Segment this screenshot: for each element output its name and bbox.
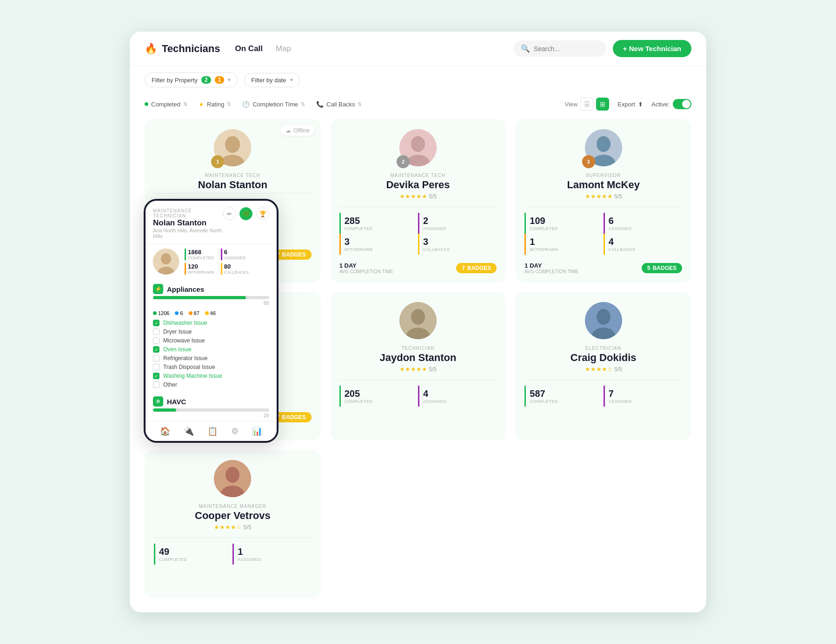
search-input[interactable] (534, 45, 599, 53)
tech-card-devika[interactable]: 2 MAINTENANCE TECH Devika Peres ★★★★★ 5/… (330, 119, 506, 283)
mobile-edit-btn[interactable]: ✏ (223, 207, 236, 220)
tech-card-cooper[interactable]: MAINTENANCE MANAGER Cooper Vetrovs ★★★★☆… (145, 450, 321, 598)
app-container: 🔥 Technicians On Call Map 🔍 + New Techni… (130, 32, 706, 612)
appliances-checklist: ✓ Dishwasher Issue Dryer Issue Microwave… (146, 318, 277, 392)
sort-callbacks[interactable]: 📞 Call Backs ⇅ (316, 101, 362, 108)
mobile-header-row: MAINTENANCE TECHNICIAN Nolan Stanton Ari… (153, 207, 269, 239)
checklist-washing[interactable]: ✓ Washing Machine Issue (153, 373, 269, 379)
mobile-header: MAINTENANCE TECHNICIAN Nolan Stanton Ari… (146, 201, 277, 244)
mobile-active-btn[interactable]: 🌿 (239, 207, 252, 220)
checklist-oven-label: Oven Issue (163, 346, 192, 353)
footer-chart-btn[interactable]: 📊 (252, 426, 262, 436)
header-right: 🔍 + New Technician (513, 40, 691, 57)
rank-badge-2: 2 (397, 155, 410, 168)
filter-date-chip[interactable]: Filter by date ▾ (244, 73, 299, 87)
lamont-completed-num: 109 (530, 216, 599, 226)
sort-completed-arrows: ⇅ (183, 101, 187, 107)
mobile-trophy-btn[interactable]: 🏆 (256, 207, 269, 220)
jaydon-assigned-label: ASSIGNED (423, 399, 493, 404)
label-green-val: 1206 (158, 310, 169, 316)
checklist-dishwasher[interactable]: ✓ Dishwasher Issue (153, 320, 269, 326)
devika-badges: 7 BADGES (456, 263, 497, 273)
jaydon-assigned-num: 4 (423, 388, 493, 399)
checklist-oven[interactable]: ✓ Oven Issue (153, 346, 269, 353)
active-toggle-switch[interactable] (673, 99, 691, 109)
checklist-washing-label: Washing Machine Issue (163, 373, 222, 379)
tech-card-jaydon[interactable]: TECHNICIAN Jaydon Stanton ★★★★★ 5/5 205 … (330, 292, 506, 440)
lamont-footer: 1 DAY AVG COMPLETION TIME 5 BADGES (524, 262, 682, 274)
filter-bar: Filter by Property 2 1 ▾ Filter by date … (130, 66, 706, 94)
property-badge-2: 1 (215, 76, 225, 84)
mobile-header-left: MAINTENANCE TECHNICIAN Nolan Stanton Ari… (153, 207, 223, 239)
settings-icon: ⚙ (231, 426, 239, 436)
cooper-avatar (214, 460, 251, 497)
craig-assigned-stat: 7 ASSIGNED (604, 386, 682, 407)
cooper-completed-label: COMPLETED (159, 557, 229, 562)
checkbox-dryer (153, 329, 159, 335)
new-technician-button[interactable]: + New Technician (613, 40, 691, 57)
checklist-trash[interactable]: Trash Disposal Issue (153, 364, 269, 370)
chevron-down-icon: ▾ (228, 77, 231, 83)
sort-completion-time[interactable]: 🕐 Completion Time ⇅ (242, 101, 305, 108)
search-bar: 🔍 (513, 40, 606, 57)
view-list-btn[interactable]: ☰ (580, 98, 593, 111)
checklist-refrigerator[interactable]: Refrigerator Issue (153, 355, 269, 361)
label-green: 1206 (153, 310, 169, 316)
nav-map[interactable]: Map (276, 44, 291, 53)
footer-plug-btn[interactable]: 🔌 (184, 426, 194, 436)
lamont-withdrawn-stat: 1 WITHDRAWN (524, 234, 603, 255)
export-button[interactable]: Export ⬆ (617, 101, 643, 108)
cooper-assigned-label: ASSIGNED (238, 557, 307, 562)
devika-completed-stat: 285 COMPLETED (339, 213, 418, 234)
footer-home-btn[interactable]: 🏠 (160, 426, 170, 436)
mobile-footer: 🏠 🔌 📋 ⚙ 📊 (146, 421, 277, 441)
nav-on-call[interactable]: On Call (235, 44, 263, 53)
list-icon: 📋 (207, 426, 218, 436)
sort-callbacks-arrows: ⇅ (358, 101, 362, 107)
view-toggle: View ☰ ⊞ (564, 98, 609, 111)
mobile-tech-row: 1868 COMPLETED 6 ASSIGNED 120 WITHDRAWN … (146, 244, 277, 279)
lamont-assigned-stat: 6 ASSIGNED (604, 213, 682, 234)
tech-card-lamont[interactable]: 3 SUPERVISOR Lamont McKey ★★★★★ 5/5 109 … (515, 119, 691, 283)
offline-label: Offline (293, 127, 309, 134)
sort-rating[interactable]: ★ Rating ⇅ (199, 101, 232, 108)
lamont-assigned-num: 6 (609, 216, 678, 226)
header: 🔥 Technicians On Call Map 🔍 + New Techni… (130, 32, 706, 66)
devika-avg-days: 1 DAY (339, 262, 393, 269)
devika-callbacks-num: 3 (423, 237, 493, 247)
export-label: Export (617, 101, 635, 108)
lamont-assigned-label: ASSIGNED (609, 226, 678, 231)
label-yellow: 46 (205, 310, 216, 316)
filter-property-chip[interactable]: Filter by Property 2 1 ▾ (145, 72, 238, 87)
svg-point-13 (411, 309, 425, 325)
cooper-stars: ★★★★☆ 5/5 (214, 524, 251, 531)
dot-yellow (205, 311, 209, 315)
checklist-dryer[interactable]: Dryer Issue (153, 329, 269, 335)
checklist-microwave[interactable]: Microwave Issue (153, 337, 269, 344)
devika-avg-label: AVG COMPLETION TIME (339, 269, 393, 274)
clock-icon: 🕐 (242, 101, 250, 108)
devika-completed-num: 285 (345, 216, 414, 226)
tech-card-craig[interactable]: ELECTRICIAN Craig Dokidis ★★★★☆ 5/5 587 … (515, 292, 691, 440)
devika-assigned-label: ASSIGNED (423, 226, 493, 231)
craig-avatar (585, 302, 622, 339)
devika-avatar-wrap: 2 (399, 129, 437, 166)
lamont-avatar-wrap: 3 (585, 129, 622, 166)
mobile-stats-grid: 1868 COMPLETED 6 ASSIGNED 120 WITHDRAWN … (185, 249, 250, 275)
devika-name: Devika Peres (386, 179, 450, 191)
mobile-tech-role: MAINTENANCE TECHNICIAN (153, 208, 223, 218)
devika-assigned-num: 2 (423, 216, 493, 226)
chevron-down-icon-2: ▾ (290, 77, 293, 83)
footer-settings-btn[interactable]: ⚙ (231, 426, 239, 436)
logo-icon: 🔥 (145, 43, 157, 55)
havc-title: HAVC (167, 398, 186, 406)
checklist-refrigerator-label: Refrigerator Issue (163, 355, 207, 361)
sort-completed[interactable]: Completed ⇅ (145, 101, 187, 108)
checkbox-trash (153, 364, 159, 370)
view-grid-btn[interactable]: ⊞ (596, 98, 609, 111)
active-toggle: Active: (651, 99, 691, 109)
craig-assigned-num: 7 (609, 388, 678, 399)
checklist-other[interactable]: Other (153, 381, 269, 388)
footer-list-btn[interactable]: 📋 (207, 426, 218, 436)
devika-footer: 1 DAY AVG COMPLETION TIME 7 BADGES (339, 262, 497, 274)
